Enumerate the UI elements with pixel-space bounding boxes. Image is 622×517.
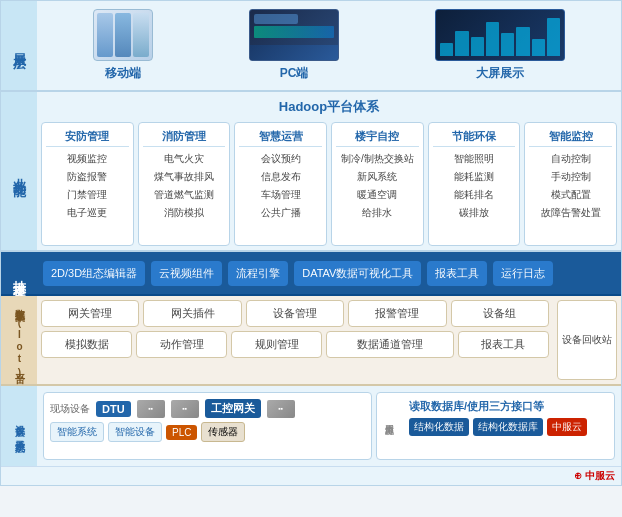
energy-header: 节能环保 [433, 127, 516, 147]
fire-header: 消防管理 [143, 127, 226, 147]
security-item-0: 视频监控 [46, 151, 129, 167]
building-header: 楼宇自控 [336, 127, 419, 147]
smart-ops-item-0: 会议预约 [239, 151, 322, 167]
fire-item-3: 消防模拟 [143, 205, 226, 221]
tech-tag-1: 云视频组件 [151, 261, 222, 286]
data-tag-r2-0: 模拟数据 [41, 331, 132, 358]
fire-item-0: 电气火灾 [143, 151, 226, 167]
security-item-2: 门禁管理 [46, 187, 129, 203]
data-tag-r2-4: 报表工具 [458, 331, 549, 358]
business-layer-row: 业务功能 Hadoop平台体系 安防管理 视频监控 防盗报警 门禁管理 电子巡更… [1, 92, 621, 252]
cloud-tag: 中服云 [547, 418, 587, 436]
mobile-phone-3 [133, 13, 149, 57]
pc-ui-chart [254, 26, 334, 38]
device-layer-content: 现场设备 DTU ▪▪ ▪▪ 工控网关 ▪▪ 智能系统 智能设备 PLC 传感器… [37, 386, 621, 466]
building-item-0: 制冷/制热交换站 [336, 151, 419, 167]
pc-display-item: PC端 [249, 9, 339, 82]
big-bar-2 [455, 31, 468, 56]
building-item-1: 新风系统 [336, 169, 419, 185]
tech-tag-3: DATAV数据可视化工具 [294, 261, 421, 286]
data-row-1: 网关管理 网关插件 设备管理 报警管理 设备组 [41, 300, 549, 327]
field-device-label: 现场设备 [50, 402, 90, 416]
data-tag-r1-2: 设备管理 [246, 300, 344, 327]
main-container: 展示层 移动端 PC端 [0, 0, 622, 486]
device-left-block: 现场设备 DTU ▪▪ ▪▪ 工控网关 ▪▪ 智能系统 智能设备 PLC 传感器 [43, 392, 372, 460]
device-icon-1: ▪▪ [137, 400, 165, 418]
tech-layer-label: 技术支撑 [1, 252, 37, 294]
business-col-security: 安防管理 视频监控 防盗报警 门禁管理 电子巡更 [41, 122, 134, 246]
tech-tag-0: 2D/3D组态编辑器 [43, 261, 145, 286]
device-layer-label: 设备层 子系统层 [1, 386, 37, 466]
building-item-2: 暖通空调 [336, 187, 419, 203]
data-layer-content: 网关管理 网关插件 设备管理 报警管理 设备组 模拟数据 动作管理 规则管理 数… [37, 296, 621, 384]
structured-tag: 结构化数据 [409, 418, 469, 436]
tech-tag-4: 报表工具 [427, 261, 487, 286]
business-grid: 安防管理 视频监控 防盗报警 门禁管理 电子巡更 消防管理 电气火灾 煤气事故排… [41, 122, 617, 246]
data-tag-r2-1: 动作管理 [136, 331, 227, 358]
big-bar-4 [486, 22, 499, 56]
device-sub-smart-sys: 智能系统 [50, 422, 104, 442]
bigscreen-display-item: 大屏展示 [435, 9, 565, 82]
data-tag-r2-2: 规则管理 [231, 331, 322, 358]
pc-label: PC端 [280, 65, 309, 82]
mobile-screen-mock [93, 9, 153, 61]
monitor-item-3: 故障告警处置 [529, 205, 612, 221]
security-header: 安防管理 [46, 127, 129, 147]
device-left-bottom: 智能系统 智能设备 PLC 传感器 [50, 422, 365, 442]
device-right-block: 应用第三方系统 读取数据库/使用三方接口等 结构化数据 结构化数据库 中服云 [376, 392, 615, 460]
data-row-2: 模拟数据 动作管理 规则管理 数据通道管理 报表工具 [41, 331, 549, 358]
gateway-box: 工控网关 [205, 399, 261, 418]
device-right-top-area: 应用第三方系统 读取数据库/使用三方接口等 结构化数据 结构化数据库 中服云 [383, 399, 608, 436]
pc-ui-dots [254, 14, 298, 24]
monitor-item-2: 模式配置 [529, 187, 612, 203]
fire-item-1: 煤气事故排风 [143, 169, 226, 185]
big-bar-7 [532, 39, 545, 56]
building-item-3: 给排水 [336, 205, 419, 221]
monitor-item-1: 手动控制 [529, 169, 612, 185]
business-col-energy: 节能环保 智能照明 能耗监测 能耗排名 碳排放 [428, 122, 521, 246]
data-layer-label: 数据采集 (Iot平台) [1, 296, 37, 384]
data-tag-r1-1: 网关插件 [143, 300, 241, 327]
energy-item-1: 能耗监测 [433, 169, 516, 185]
business-layer-content: Hadoop平台体系 安防管理 视频监控 防盗报警 门禁管理 电子巡更 消防管理… [37, 92, 621, 250]
device-layer-row: 设备层 子系统层 现场设备 DTU ▪▪ ▪▪ 工控网关 ▪▪ 智能系统 智能设… [1, 386, 621, 466]
mobile-label: 移动端 [105, 65, 141, 82]
tech-layer-content: 2D/3D组态编辑器 云视频组件 流程引擎 DATAV数据可视化工具 报表工具 … [37, 252, 621, 294]
data-layer-row: 数据采集 (Iot平台) 网关管理 网关插件 设备管理 报警管理 设备组 模拟数… [1, 296, 621, 386]
device-left-top: 现场设备 DTU ▪▪ ▪▪ 工控网关 ▪▪ [50, 399, 365, 418]
data-tag-r1-3: 报警管理 [348, 300, 446, 327]
security-item-1: 防盗报警 [46, 169, 129, 185]
structured-db-tag: 结构化数据库 [473, 418, 543, 436]
data-tag-r2-3: 数据通道管理 [326, 331, 454, 358]
mobile-phone-2 [115, 13, 131, 57]
security-item-3: 电子巡更 [46, 205, 129, 221]
big-bar-3 [471, 37, 484, 56]
mobile-display-item: 移动端 [93, 9, 153, 82]
smart-ops-header: 智慧运营 [239, 127, 322, 147]
data-content-wrap: 网关管理 网关插件 设备管理 报警管理 设备组 模拟数据 动作管理 规则管理 数… [41, 300, 549, 380]
tech-layer-row: 技术支撑 2D/3D组态编辑器 云视频组件 流程引擎 DATAV数据可视化工具 … [1, 252, 621, 296]
device-sub-plc: PLC [166, 425, 197, 440]
pc-screen-mock [249, 9, 339, 61]
display-layer-content: 移动端 PC端 [37, 1, 621, 90]
big-bar-8 [547, 18, 560, 56]
device-read-label: 读取数据库/使用三方接口等 [409, 399, 608, 414]
fire-item-2: 管道燃气监测 [143, 187, 226, 203]
smart-ops-item-1: 信息发布 [239, 169, 322, 185]
business-col-smart-ops: 智慧运营 会议预约 信息发布 车场管理 公共广播 [234, 122, 327, 246]
dtu-box: DTU [96, 401, 131, 417]
energy-item-3: 碳排放 [433, 205, 516, 221]
energy-item-0: 智能照明 [433, 151, 516, 167]
big-bar-6 [516, 27, 529, 56]
monitor-header: 智能监控 [529, 127, 612, 147]
device-sub-smart-dev: 智能设备 [108, 422, 162, 442]
business-col-fire: 消防管理 电气火灾 煤气事故排风 管道燃气监测 消防模拟 [138, 122, 231, 246]
device-icon-2: ▪▪ [171, 400, 199, 418]
device-return-station: 设备回收站 [557, 300, 617, 380]
business-col-building: 楼宇自控 制冷/制热交换站 新风系统 暖通空调 给排水 [331, 122, 424, 246]
device-right-bottom: 结构化数据 结构化数据库 中服云 [409, 418, 608, 436]
bigscreen-mock [435, 9, 565, 61]
bigscreen-label: 大屏展示 [476, 65, 524, 82]
business-layer-label: 业务功能 [1, 92, 37, 250]
display-layer-label: 展示层 [1, 1, 37, 90]
